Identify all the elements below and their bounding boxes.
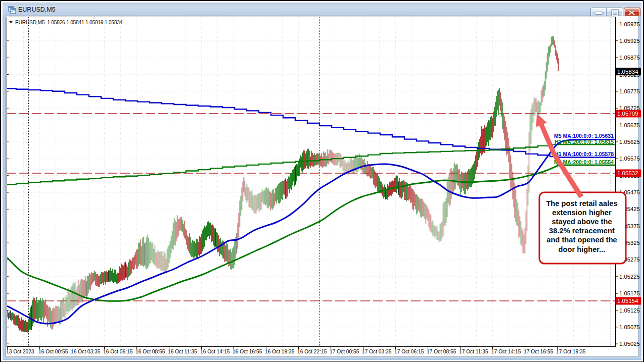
svg-text:17 Oct 11:35: 17 Oct 11:35 [459, 349, 488, 354]
svg-text:16 Oct 08:55: 16 Oct 08:55 [135, 349, 165, 354]
svg-text:1.05532: 1.05532 [617, 170, 638, 176]
svg-text:1.05834: 1.05834 [617, 69, 638, 75]
svg-text:16 Oct 16:55: 16 Oct 16:55 [233, 349, 262, 354]
svg-text:1.05675: 1.05675 [619, 122, 640, 128]
svg-text:1.05125: 1.05125 [619, 307, 640, 314]
svg-text:1.05025: 1.05025 [619, 341, 640, 347]
svg-text:17 Oct 03:35: 17 Oct 03:35 [362, 349, 392, 354]
svg-text:1.05175: 1.05175 [619, 290, 640, 296]
svg-text:17 Oct 16:55: 17 Oct 16:55 [524, 349, 554, 354]
svg-text:16 Oct 11:35: 16 Oct 11:35 [168, 349, 197, 354]
svg-text:13 Oct 2023: 13 Oct 2023 [6, 349, 34, 354]
svg-text:16 Oct 19:35: 16 Oct 19:35 [265, 349, 295, 354]
svg-text:16 Oct 06:15: 16 Oct 06:15 [103, 349, 133, 354]
svg-text:EURUSD,M5 1.05826 1.05841 1.0: EURUSD,M5 1.05826 1.05841 1.05819 1.0583… [15, 20, 123, 25]
svg-text:16 Oct 00:55: 16 Oct 00:55 [38, 349, 68, 354]
svg-text:M5 MA:100:0:0: 1.05631: M5 MA:100:0:0: 1.05631 [554, 133, 614, 139]
svg-text:and that opened the: and that opened the [546, 236, 617, 244]
svg-text:H1 MA:200:0:0: 1.05615: H1 MA:200:0:0: 1.05615 [555, 139, 614, 145]
svg-text:H1 MA:100:0:0: 1.05578: H1 MA:100:0:0: 1.05578 [555, 151, 614, 157]
svg-text:1.05875: 1.05875 [619, 55, 640, 61]
svg-text:stayed above the: stayed above the [551, 218, 612, 226]
svg-text:1.05225: 1.05225 [619, 274, 640, 280]
svg-text:17 Oct 06:15: 17 Oct 06:15 [394, 349, 424, 354]
svg-text:16 Oct 14:15: 16 Oct 14:15 [200, 349, 230, 354]
svg-text:38.2% retracement: 38.2% retracement [549, 227, 615, 235]
svg-text:The post retail aales: The post retail aales [546, 199, 617, 208]
svg-text:1.05625: 1.05625 [619, 139, 640, 145]
svg-text:16 Oct 22:15: 16 Oct 22:15 [297, 349, 327, 354]
svg-text:1.05775: 1.05775 [619, 88, 640, 94]
svg-text:1.05925: 1.05925 [619, 38, 640, 44]
svg-text:extension higher: extension higher [552, 209, 612, 217]
svg-text:1.05575: 1.05575 [619, 156, 640, 162]
svg-text:1.05075: 1.05075 [619, 324, 640, 330]
svg-text:17 Oct 00:55: 17 Oct 00:55 [330, 349, 359, 354]
svg-text:17 Oct 19:35: 17 Oct 19:35 [556, 349, 586, 354]
svg-text:door higher...: door higher... [558, 245, 605, 253]
svg-text:16 Oct 03:35: 16 Oct 03:35 [71, 349, 101, 354]
svg-text:1.05154: 1.05154 [617, 298, 638, 304]
svg-text:17 Oct 08:55: 17 Oct 08:55 [427, 349, 456, 354]
svg-text:1.05975: 1.05975 [619, 21, 640, 27]
svg-text:17 Oct 14:15: 17 Oct 14:15 [491, 349, 521, 354]
svg-text:1.05709: 1.05709 [617, 111, 638, 117]
